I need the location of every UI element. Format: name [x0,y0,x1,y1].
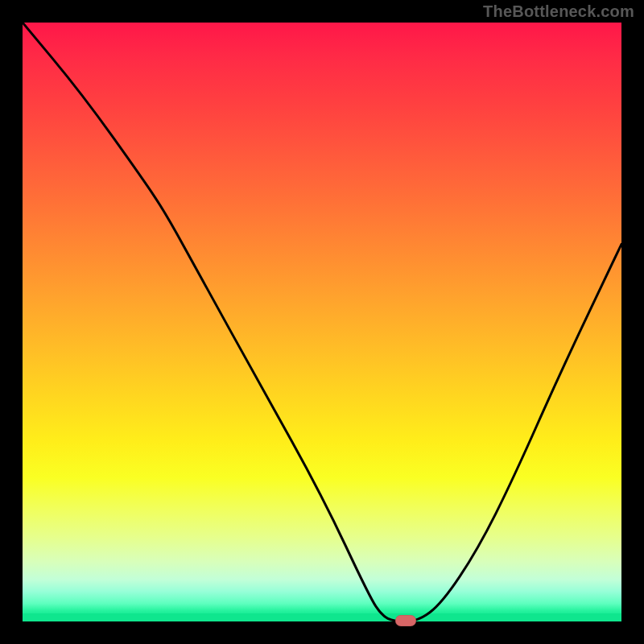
green-band [23,613,621,621]
chart-container: TheBottleneck.com [0,0,644,644]
plot-area [23,23,621,621]
watermark-text: TheBottleneck.com [483,2,634,21]
heat-gradient [23,23,621,621]
optimal-point-marker [395,615,416,626]
